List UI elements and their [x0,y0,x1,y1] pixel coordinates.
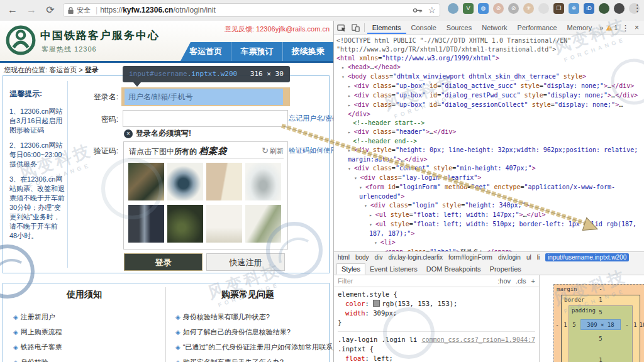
extension-icon[interactable]: iD [584,3,594,14]
css-rule-line[interactable]: common_css.css?_rsion=1.9044:7.lay-login… [338,331,535,344]
captcha-tile-1[interactable] [128,163,164,200]
list-item[interactable]: ◈如何了解自己的身份信息核验结果? [175,327,333,337]
css-rule-line[interactable]: color: rgb(153, 153, 153); [338,299,535,309]
cls-toggle[interactable]: .cls [516,277,526,285]
list-item[interactable]: ◈购买实名制车票后丢失了怎么办? [175,358,333,362]
dom-node-line[interactable]: ▾ <div class="login" style="height: 340p… [334,201,644,211]
tab-performance[interactable]: Performance [513,22,562,34]
extension-icon[interactable] [538,3,549,14]
device-toolbar-icon[interactable] [350,23,362,33]
nav-tab-车票预订[interactable]: 车票预订 [231,42,282,61]
breadcrumb-node[interactable]: body [355,254,369,261]
css-rule-line[interactable]: element.style { [338,290,535,299]
dom-node-line[interactable]: <html xmlns="http://www.w3.org/1999/xhtm… [334,54,644,63]
list-item[interactable]: ◈网上购票流程 [13,327,62,337]
css-rule-line[interactable]: } [338,318,535,327]
browser-menu-icon[interactable]: ⋮ [633,3,641,14]
forward-button[interactable]: → [24,3,39,18]
inspect-element-icon[interactable] [336,23,348,33]
dom-node-line[interactable]: ▾ <ul style="float: left; width: 510px; … [334,220,644,238]
address-bar[interactable]: 安全 | https://kyfw.12306.cn/otn/login/ini… [63,3,440,17]
extension-icon[interactable]: ◍ [478,3,489,14]
dom-node-line[interactable]: <!--header end--> [334,137,644,146]
captcha-tile-3[interactable] [206,163,242,200]
css-rule-line[interactable]: .inptxt { [338,344,535,354]
dom-node-line[interactable]: ▾ <div class="lay-login clearfix"> [334,173,644,183]
captcha-refresh-button[interactable]: ↻刷新 [262,146,284,156]
dom-node-line[interactable]: <!--header start--> [334,119,644,128]
dom-node-line[interactable]: ▸ <div class="up-box" id="dialog_restPwd… [334,91,644,101]
more-tabs-icon[interactable]: » [597,24,606,31]
breadcrumb-node[interactable]: div [375,254,383,261]
dom-node-line[interactable]: ▾ <form id="loginForm" method="get" enct… [334,183,644,201]
dom-node-line[interactable]: ▸ <div class="header">…</div> [334,128,644,137]
reload-button[interactable]: ⟳ [43,3,58,18]
dom-node-line[interactable]: ▾ <div class="content" style="min-height… [334,164,644,173]
dom-node-line[interactable]: ▸ <div style="height: 0px; line-height: … [334,146,644,164]
sidebar-tab-event-listeners[interactable]: Event Listeners [365,264,422,274]
stylesheet-link[interactable]: common_css.css?_rsion=1.9044:7 [421,335,535,344]
extension-icon[interactable]: ✳ [523,3,534,14]
color-swatch[interactable] [373,300,380,307]
list-item[interactable]: ◈身份核验 [13,358,62,362]
extension-icon[interactable] [448,3,458,14]
dom-node-line[interactable]: "http://www.w3.org/TR/xhtml1/DTD/xhtml1-… [334,45,644,54]
dom-node-line[interactable]: <!DOCTYPE html PUBLIC "-//W3C//DTD XHTML… [334,36,644,45]
extension-icon[interactable]: ⊘ [493,3,504,14]
breadcrumb-home[interactable]: 客运首页 [49,66,77,74]
tab-elements[interactable]: Elements [367,22,406,34]
sidebar-tab-dom-breakpoints[interactable]: DOM Breakpoints [422,264,486,274]
tab-sources[interactable]: Sources [441,22,477,34]
dom-node-line[interactable]: ▸ <div class="up-box" id="dialog_session… [334,101,644,119]
nav-tab-接续换乘[interactable]: 接续换乘 [282,42,333,61]
breadcrumb-node[interactable]: div.lay-login.clearfix [388,254,443,261]
list-item[interactable]: ◈注册新用户 [13,312,62,322]
captcha-tile-8[interactable] [245,205,281,243]
tab-memory[interactable]: Memory [562,22,597,34]
tab-network[interactable]: Network [477,22,512,34]
extension-icon[interactable]: ❄ [569,3,579,14]
sidebar-tab-styles[interactable]: Styles [336,263,365,275]
tab-console[interactable]: Console [406,22,441,34]
extension-icon[interactable] [599,3,609,14]
back-button[interactable]: ← [5,3,20,18]
forgot-password-link[interactable]: 忘记用户名/密码? [289,114,333,123]
captcha-tile-6[interactable] [167,205,203,243]
extension-icon[interactable]: V [463,3,474,14]
devtools-close-icon[interactable]: × [633,23,644,32]
breadcrumb-node[interactable]: form#loginForm [448,254,492,261]
extension-icon[interactable]: ⊘ [508,3,519,14]
css-rule-line[interactable]: width: 309px; [338,309,535,318]
sidebar-tab-properties[interactable]: Properties [486,264,526,274]
list-item[interactable]: ◈铁路电子客票 [13,343,62,352]
key-icon[interactable] [413,8,423,13]
breadcrumb-node[interactable]: ul [526,254,531,261]
devtools-menu-icon[interactable]: ⋮ [618,23,633,33]
username-input-highlighted[interactable]: 用户名/邮箱/手机号 [121,87,290,106]
extension-icon[interactable] [614,3,625,14]
dom-node-line[interactable]: ▾ <li> [334,238,644,248]
hov-toggle[interactable]: :hov [497,277,511,285]
css-rule-line[interactable]: float: left; [338,354,535,362]
dom-node-line[interactable]: ▸ <div class="up-box" id="dialog_active_… [334,82,644,91]
dom-node-line[interactable]: ▾ <body class="dhtmlx_winviewport dhtmlx… [334,72,644,82]
captcha-tile-5[interactable] [128,205,164,243]
quick-register-button[interactable]: 快速注册 [206,253,285,271]
bookmark-star-icon[interactable]: ☆ [428,5,436,15]
breadcrumb-node[interactable]: html [338,254,350,261]
nav-tab-客运首页[interactable]: 客运首页 [180,42,231,61]
add-rule-button[interactable]: + [531,277,535,285]
dom-node-line[interactable]: ▸ <head>…</head> [334,63,644,72]
feedback-email[interactable]: 意见反馈: 12306yjfk@rails.com.cn [225,25,330,34]
list-item[interactable]: ◈“已通过”的二代身份证注册用户如何添加常用联系人 [175,343,333,352]
dom-node-line[interactable]: ▸ <ul style="float: left; width: 147px;"… [334,211,644,220]
captcha-help-link[interactable]: 验证码如何使用 [289,146,333,155]
breadcrumb-node-selected[interactable]: input#username.inptxt.w200 [545,253,629,261]
list-item[interactable]: ◈身份核验结果有哪几种状态? [175,312,333,322]
captcha-tile-2[interactable] [167,163,203,200]
warning-badge[interactable]: 1 [606,25,618,31]
breadcrumb-node[interactable]: li [537,254,540,261]
captcha-tile-4[interactable] [245,163,281,200]
login-button[interactable]: 登录 [124,253,203,271]
breadcrumb-node[interactable]: div.login [498,254,521,261]
